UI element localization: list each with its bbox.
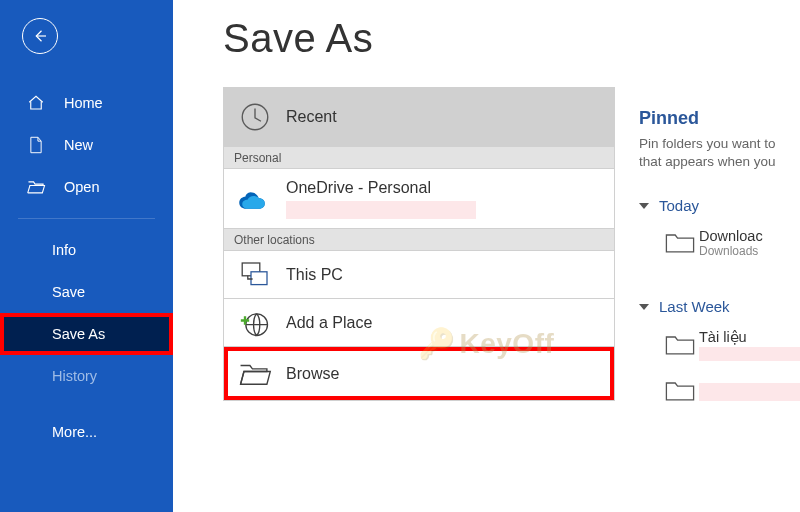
browse-folder-icon xyxy=(224,361,286,387)
nav-history[interactable]: History xyxy=(0,355,173,397)
pinned-panel: Pinned Pin folders you want to that appe… xyxy=(639,108,800,403)
nav-more[interactable]: More... xyxy=(0,411,173,453)
pinned-hint-2: that appears when you xyxy=(639,154,776,169)
open-folder-icon xyxy=(26,179,46,195)
group-last-week[interactable]: Last Week xyxy=(639,298,800,315)
nav-info[interactable]: Info xyxy=(0,229,173,271)
folder-downloads-path: Downloads xyxy=(699,244,763,258)
nav-home[interactable]: Home xyxy=(0,82,173,124)
header-personal: Personal xyxy=(224,146,614,168)
new-doc-icon xyxy=(26,136,46,154)
nav-open-label: Open xyxy=(64,179,99,195)
nav-more-label: More... xyxy=(52,424,97,440)
backstage-sidebar: Home New Open Info Save Save As History xyxy=(0,0,173,512)
folder-item-3-redacted xyxy=(699,383,800,401)
back-button[interactable] xyxy=(22,18,58,54)
group-last-week-label: Last Week xyxy=(659,298,730,315)
header-other-label: Other locations xyxy=(234,233,315,247)
location-recent[interactable]: Recent xyxy=(224,88,614,146)
folder-icon xyxy=(661,231,699,255)
onedrive-account-redacted xyxy=(286,201,476,219)
svg-rect-2 xyxy=(251,271,267,284)
nav-new[interactable]: New xyxy=(0,124,173,166)
nav-info-label: Info xyxy=(52,242,76,258)
this-pc-icon xyxy=(224,260,286,290)
folder-item-3[interactable] xyxy=(639,379,800,403)
nav-save-label: Save xyxy=(52,284,85,300)
nav-history-label: History xyxy=(52,368,97,384)
pinned-title: Pinned xyxy=(639,108,800,129)
location-this-pc-label: This PC xyxy=(286,266,343,284)
folder-icon xyxy=(661,379,699,403)
nav-save-as[interactable]: Save As xyxy=(0,313,173,355)
location-onedrive[interactable]: OneDrive - Personal xyxy=(224,168,614,228)
group-today-label: Today xyxy=(659,197,699,214)
chevron-down-icon xyxy=(639,304,649,310)
location-add-place-label: Add a Place xyxy=(286,314,372,332)
folder-documents-path-redacted xyxy=(699,347,800,361)
location-recent-label: Recent xyxy=(286,108,337,126)
page-title: Save As xyxy=(223,16,800,61)
clock-icon xyxy=(224,100,286,134)
folder-documents-name: Tài liệu xyxy=(699,329,800,345)
main-panel: Save As Recent Personal OneDrive - Perso… xyxy=(173,0,800,512)
location-onedrive-label: OneDrive - Personal xyxy=(286,179,476,197)
sidebar-divider xyxy=(18,218,155,219)
nav-home-label: Home xyxy=(64,95,103,111)
folder-icon xyxy=(661,333,699,357)
home-icon xyxy=(26,94,46,112)
location-add-place[interactable]: Add a Place xyxy=(224,298,614,346)
location-browse[interactable]: Browse xyxy=(224,346,614,400)
nav-new-label: New xyxy=(64,137,93,153)
nav-save[interactable]: Save xyxy=(0,271,173,313)
pinned-hint: Pin folders you want to that appears whe… xyxy=(639,135,800,171)
add-place-icon xyxy=(224,308,286,338)
nav-open[interactable]: Open xyxy=(0,166,173,208)
onedrive-icon xyxy=(224,187,286,211)
pinned-hint-1: Pin folders you want to xyxy=(639,136,776,151)
chevron-down-icon xyxy=(639,203,649,209)
location-onedrive-text: OneDrive - Personal xyxy=(286,179,476,219)
nav-save-as-label: Save As xyxy=(52,326,105,342)
location-browse-label: Browse xyxy=(286,365,339,383)
locations-list: Recent Personal OneDrive - Personal Othe… xyxy=(223,87,615,401)
header-personal-label: Personal xyxy=(234,151,281,165)
folder-downloads-name: Downloac xyxy=(699,228,763,244)
folder-documents[interactable]: Tài liệu xyxy=(639,329,800,361)
group-today[interactable]: Today xyxy=(639,197,800,214)
location-this-pc[interactable]: This PC xyxy=(224,250,614,298)
header-other: Other locations xyxy=(224,228,614,250)
arrow-left-icon xyxy=(31,27,49,45)
folder-downloads[interactable]: Downloac Downloads xyxy=(639,228,800,258)
